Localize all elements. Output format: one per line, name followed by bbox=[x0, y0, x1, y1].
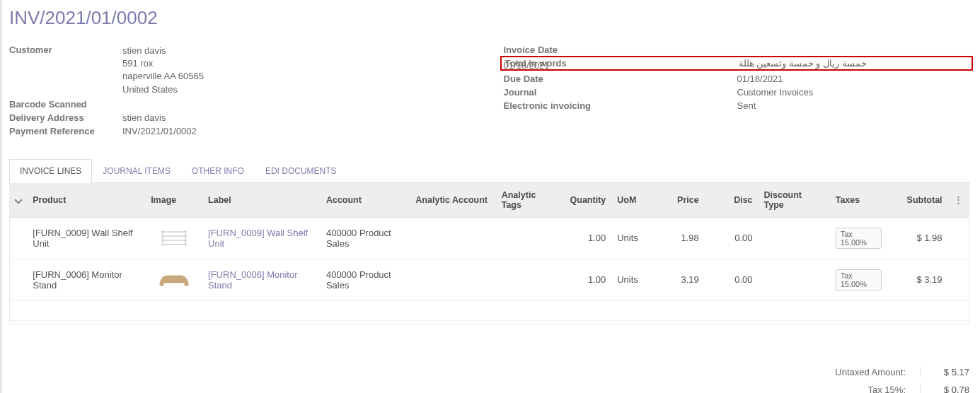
cell-uom: Units bbox=[611, 259, 651, 300]
col-discount-type[interactable]: Discount Type bbox=[759, 183, 830, 218]
invoice-lines-table: Product Image Label Account Analytic Acc… bbox=[10, 183, 969, 301]
tab-other-info[interactable]: OTHER INFO bbox=[181, 159, 255, 183]
invoice-date-value: 01/18/2021 bbox=[504, 60, 737, 71]
einvoice-label: Electronic invoicing bbox=[504, 100, 737, 111]
page-title: INV/2021/01/0002 bbox=[9, 7, 969, 29]
delivery-label: Delivery Address bbox=[9, 112, 122, 123]
payref-label: Payment Reference bbox=[9, 126, 122, 136]
journal-value: Customer Invoices bbox=[737, 87, 814, 98]
expand-all[interactable] bbox=[10, 183, 27, 218]
cell-analytic-account bbox=[410, 217, 495, 259]
cell-account: 400000 Product Sales bbox=[321, 259, 410, 300]
cell-label[interactable]: [FURN_0006] Monitor Stand bbox=[202, 259, 321, 300]
cell-image bbox=[145, 259, 202, 300]
invoice-date-label: Invoice Date bbox=[504, 45, 737, 55]
cell-analytic-tags bbox=[496, 259, 564, 300]
col-price[interactable]: Price bbox=[651, 183, 705, 218]
cell-quantity: 1.00 bbox=[564, 259, 611, 300]
tax-value: $ 0.78 bbox=[920, 385, 969, 393]
cell-subtotal: $ 1.98 bbox=[887, 217, 948, 259]
tab-invoice-lines[interactable]: INVOICE LINES bbox=[9, 159, 92, 183]
tab-edi-documents[interactable]: EDI DOCUMENTS bbox=[255, 159, 347, 183]
delivery-value: stien davis bbox=[122, 112, 166, 123]
totals-summary: Untaxed Amount: $ 5.17 Tax 15%: $ 0.78 T… bbox=[803, 363, 969, 393]
col-subtotal[interactable]: Subtotal bbox=[887, 183, 948, 218]
due-date-value: 01/18/2021 bbox=[737, 74, 783, 84]
col-taxes[interactable]: Taxes bbox=[830, 183, 887, 218]
col-account[interactable]: Account bbox=[321, 183, 410, 218]
cell-analytic-account bbox=[410, 259, 495, 300]
col-product[interactable]: Product bbox=[27, 183, 145, 218]
cell-discount-type bbox=[759, 217, 830, 259]
untaxed-value: $ 5.17 bbox=[920, 367, 969, 377]
due-date-label: Due Date bbox=[504, 74, 737, 84]
payref-value: INV/2021/01/0002 bbox=[122, 126, 197, 136]
tabs: INVOICE LINES JOURNAL ITEMS OTHER INFO E… bbox=[9, 159, 969, 183]
cell-price: 1.98 bbox=[651, 217, 705, 259]
cell-account: 400000 Product Sales bbox=[321, 217, 410, 259]
cell-analytic-tags bbox=[496, 217, 564, 259]
tax-label: Tax 15%: bbox=[803, 385, 920, 393]
einvoice-value: Sent bbox=[737, 100, 756, 111]
col-uom[interactable]: UoM bbox=[611, 183, 651, 218]
cell-discount-type bbox=[759, 259, 830, 300]
cell-disc: 0.00 bbox=[705, 217, 759, 259]
cell-product: [FURN_0006] Monitor Stand bbox=[27, 259, 145, 300]
cell-product: [FURN_0009] Wall Shelf Unit bbox=[27, 217, 145, 259]
col-disc[interactable]: Disc bbox=[705, 183, 759, 218]
cell-disc: 0.00 bbox=[705, 259, 759, 300]
tab-journal-items[interactable]: JOURNAL ITEMS bbox=[92, 159, 181, 183]
col-analytic-tags[interactable]: Analytic Tags bbox=[496, 183, 564, 218]
cell-taxes: Tax 15.00% bbox=[830, 259, 887, 300]
cell-label[interactable]: [FURN_0009] Wall Shelf Unit bbox=[202, 217, 321, 259]
customer-value: stien davis 591 rox naperville AA 60565 … bbox=[122, 45, 204, 96]
col-more[interactable]: ⋮ bbox=[948, 183, 969, 218]
col-label[interactable]: Label bbox=[202, 183, 321, 218]
cell-quantity: 1.00 bbox=[564, 217, 611, 259]
cell-price: 3.19 bbox=[651, 259, 705, 300]
cell-uom: Units bbox=[611, 217, 651, 259]
table-row[interactable]: [FURN_0009] Wall Shelf Unit[FURN_0009] W… bbox=[10, 217, 969, 259]
chevron-down-icon bbox=[14, 196, 22, 204]
col-analytic-account[interactable]: Analytic Account bbox=[410, 183, 495, 218]
cell-taxes: Tax 15.00% bbox=[830, 217, 887, 259]
col-quantity[interactable]: Quantity bbox=[564, 183, 611, 218]
customer-label: Customer bbox=[9, 45, 122, 55]
untaxed-label: Untaxed Amount: bbox=[803, 367, 920, 377]
table-row[interactable]: [FURN_0006] Monitor Stand[FURN_0006] Mon… bbox=[10, 259, 969, 300]
journal-label: Journal bbox=[504, 87, 737, 98]
cell-image bbox=[145, 217, 202, 259]
total-words-value: خمسة ريال و خمسة وتسعين هللة bbox=[739, 58, 867, 69]
col-image[interactable]: Image bbox=[145, 183, 202, 218]
cell-subtotal: $ 3.19 bbox=[887, 259, 948, 300]
barcode-label: Barcode Scanned bbox=[9, 99, 122, 110]
